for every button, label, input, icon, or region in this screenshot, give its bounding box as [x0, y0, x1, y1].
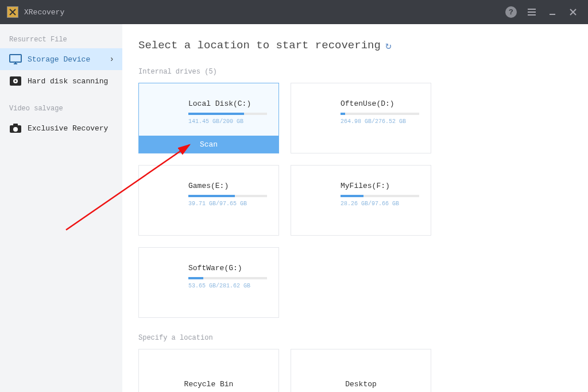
help-icon: ?: [505, 6, 517, 18]
drive-grid: Local Disk(C:)141.45 GB/200 GBScanOftenU…: [138, 83, 572, 318]
sidebar-item-hard-disk-scanning[interactable]: Hard disk scanning: [0, 70, 122, 92]
svg-rect-0: [10, 55, 21, 62]
location-grid: Recycle BinDesktopSelect Folder: [138, 349, 572, 392]
help-button[interactable]: ?: [503, 4, 519, 20]
menu-button[interactable]: [524, 4, 540, 20]
chevron-right-icon: ›: [110, 55, 114, 64]
app-logo-icon: [7, 6, 18, 18]
app-title: XRecovery: [24, 8, 64, 17]
svg-point-3: [15, 80, 17, 82]
drive-usage-bar: [341, 113, 419, 115]
svg-point-6: [13, 127, 18, 132]
locations-section-label: Specify a location: [138, 334, 572, 342]
sidebar: Resurrect File Storage Device › Hard dis…: [0, 24, 122, 392]
sidebar-section-resurrect: Resurrect File: [0, 31, 122, 48]
close-button[interactable]: [565, 4, 581, 20]
location-card[interactable]: Desktop: [291, 349, 431, 392]
drive-name: OftenUse(D:): [341, 99, 419, 108]
drives-section-label: Internal drives (5): [138, 68, 572, 76]
monitor-icon: [9, 54, 22, 64]
hamburger-icon: [527, 8, 536, 16]
drive-card[interactable]: OftenUse(D:)264.98 GB/276.52 GB: [291, 83, 431, 153]
drive-card[interactable]: Games(E:)39.71 GB/97.65 GB: [138, 165, 279, 236]
drive-size: 53.65 GB/281.62 GB: [188, 283, 267, 289]
refresh-icon[interactable]: ↻: [385, 39, 392, 52]
sidebar-item-exclusive-recovery[interactable]: Exclusive Recovery: [0, 117, 122, 139]
sidebar-item-label: Hard disk scanning: [28, 77, 108, 86]
minimize-icon: [548, 8, 556, 16]
drive-size: 28.26 GB/97.66 GB: [341, 201, 419, 207]
drive-usage-bar: [188, 195, 267, 197]
drive-name: Games(E:): [188, 182, 267, 190]
scan-button[interactable]: Scan: [139, 136, 278, 153]
main-content: Select a location to start recovering ↻ …: [122, 24, 588, 392]
sidebar-item-label: Storage Device: [28, 55, 90, 64]
sidebar-item-storage-device[interactable]: Storage Device ›: [0, 48, 122, 70]
location-card[interactable]: Recycle Bin: [138, 349, 279, 392]
camera-icon: [9, 123, 22, 133]
close-icon: [569, 8, 577, 16]
sidebar-item-label: Exclusive Recovery: [28, 124, 108, 133]
drive-usage-bar: [341, 195, 419, 197]
drive-size: 264.98 GB/276.52 GB: [341, 118, 419, 125]
drive-card[interactable]: SoftWare(G:)53.65 GB/281.62 GB: [138, 247, 279, 318]
drive-size: 141.45 GB/200 GB: [188, 118, 267, 125]
page-title: Select a location to start recovering ↻: [138, 39, 572, 52]
drive-name: SoftWare(G:): [188, 264, 267, 272]
drive-usage-bar: [188, 277, 267, 279]
minimize-button[interactable]: [544, 4, 560, 20]
drive-card[interactable]: Local Disk(C:)141.45 GB/200 GBScan: [138, 83, 279, 153]
drive-card[interactable]: MyFiles(F:)28.26 GB/97.66 GB: [291, 165, 431, 236]
drive-usage-bar: [188, 113, 267, 115]
svg-rect-5: [13, 124, 18, 126]
disk-scan-icon: [9, 76, 22, 86]
sidebar-section-video: Video salvage: [0, 100, 122, 117]
drive-size: 39.71 GB/97.65 GB: [188, 201, 267, 207]
drive-name: MyFiles(F:): [341, 182, 419, 190]
titlebar: XRecovery ?: [0, 0, 588, 24]
drive-name: Local Disk(C:): [188, 99, 267, 108]
